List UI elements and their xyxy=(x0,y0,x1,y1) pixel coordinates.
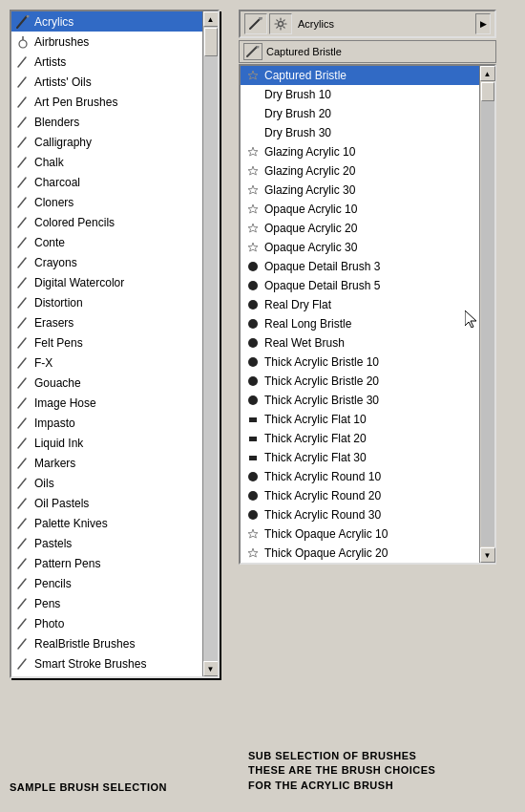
svg-line-28 xyxy=(18,539,26,548)
category-item-erasers[interactable]: Erasers xyxy=(11,312,202,332)
sub-item-dry-brush-30[interactable]: Dry Brush 30 xyxy=(241,123,479,142)
category-item-conte[interactable]: Conte xyxy=(11,232,202,252)
category-scrollbar[interactable]: ▲ ▼ xyxy=(202,11,218,676)
category-item-impasto[interactable]: Impasto xyxy=(11,413,202,433)
sub-label-opaque-acrylic-10: Opaque Acrylic 10 xyxy=(264,203,357,216)
sub-item-thick-acrylic-flat-20[interactable]: Thick Acrylic Flat 20 xyxy=(241,429,479,448)
svg-line-14 xyxy=(18,258,26,267)
category-item-oils[interactable]: Oils xyxy=(11,473,202,493)
svg-point-56 xyxy=(248,491,258,501)
category-item-artists-oils[interactable]: Artists' Oils xyxy=(11,72,202,92)
sub-item-glazing-acrylic-10[interactable]: Glazing Acrylic 10 xyxy=(241,142,479,161)
scroll-down-arrow[interactable]: ▼ xyxy=(203,661,219,676)
sub-item-thick-acrylic-flat-10[interactable]: Thick Acrylic Flat 10 xyxy=(241,410,479,429)
category-item-distortion[interactable]: Distortion xyxy=(11,292,202,312)
svg-line-11 xyxy=(18,198,26,207)
sub-item-captured-bristle[interactable]: Captured Bristle xyxy=(241,66,479,85)
sub-scroll-track[interactable] xyxy=(481,82,494,546)
category-label-oils: Oils xyxy=(34,477,54,490)
brush-icon-btn[interactable] xyxy=(244,13,267,34)
category-item-photo[interactable]: Photo xyxy=(11,613,202,633)
sub-item-glazing-acrylic-20[interactable]: Glazing Acrylic 20 xyxy=(241,161,479,181)
sub-item-thick-acrylic-flat-30[interactable]: Thick Acrylic Flat 30 xyxy=(241,448,479,467)
sub-item-opaque-acrylic-20[interactable]: Opaque Acrylic 20 xyxy=(241,219,479,238)
sub-item-thick-acrylic-bristle-10[interactable]: Thick Acrylic Bristle 10 xyxy=(241,353,479,372)
category-item-cloners[interactable]: Cloners xyxy=(11,192,202,212)
caption-right-line-2: FOR THE ACRYLIC BRUSH xyxy=(248,779,496,793)
category-item-f-x[interactable]: F-X xyxy=(11,353,202,373)
category-item-sponges[interactable]: Sponges xyxy=(11,673,202,678)
category-item-colored-pencils[interactable]: Colored Pencils xyxy=(11,212,202,232)
sub-icon-dry-brush-30 xyxy=(246,126,260,139)
svg-point-46 xyxy=(248,300,258,310)
category-item-liquid-ink[interactable]: Liquid Ink xyxy=(11,433,202,453)
sub-scroll-down[interactable]: ▼ xyxy=(480,547,495,563)
caption-right: SUB SELECTION OF BRUSHESTHESE ARE THE BR… xyxy=(248,749,496,793)
sub-item-dry-brush-20[interactable]: Dry Brush 20 xyxy=(241,104,479,123)
category-item-felt-pens[interactable]: Felt Pens xyxy=(11,332,202,353)
sub-item-opaque-detail-brush-3[interactable]: Opaque Detail Brush 3 xyxy=(241,257,479,276)
category-item-gouache[interactable]: Gouache xyxy=(11,373,202,393)
sub-icon-opaque-acrylic-20 xyxy=(246,222,260,235)
sub-scrollbar[interactable]: ▲ ▼ xyxy=(479,66,494,563)
sub-scroll-thumb[interactable] xyxy=(481,82,494,101)
svg-line-24 xyxy=(18,459,26,468)
category-item-blenders[interactable]: Blenders xyxy=(11,112,202,132)
category-item-pens[interactable]: Pens xyxy=(11,593,202,613)
category-item-smart-stroke-brushes[interactable]: Smart Stroke Brushes xyxy=(11,653,202,673)
sub-item-opaque-detail-brush-5[interactable]: Opaque Detail Brush 5 xyxy=(241,276,479,295)
scroll-track[interactable] xyxy=(203,27,219,661)
category-item-pastels[interactable]: Pastels xyxy=(11,533,202,553)
scroll-up-arrow[interactable]: ▲ xyxy=(203,11,219,27)
category-item-oil-pastels[interactable]: Oil Pastels xyxy=(11,493,202,513)
category-item-image-hose[interactable]: Image Hose xyxy=(11,393,202,413)
category-item-airbrushes[interactable]: Airbrushes xyxy=(11,32,202,52)
sub-item-thick-opaque-acrylic-20[interactable]: Thick Opaque Acrylic 20 xyxy=(241,544,479,563)
category-item-artists[interactable]: Artists xyxy=(11,52,202,72)
category-item-chalk[interactable]: Chalk xyxy=(11,152,202,172)
sub-item-real-long-bristle[interactable]: Real Long Bristle xyxy=(241,314,479,333)
category-item-crayons[interactable]: Crayons xyxy=(11,252,202,272)
sub-item-thick-acrylic-round-20[interactable]: Thick Acrylic Round 20 xyxy=(241,486,479,505)
sub-item-glazing-acrylic-30[interactable]: Glazing Acrylic 30 xyxy=(241,181,479,200)
category-item-charcoal[interactable]: Charcoal xyxy=(11,172,202,192)
sub-icon-thick-acrylic-round-10 xyxy=(246,470,260,483)
svg-line-20 xyxy=(18,378,26,388)
sub-icon-opaque-acrylic-30 xyxy=(246,241,260,254)
category-item-digital-watercolor[interactable]: Digital Watercolor xyxy=(11,272,202,292)
category-icon-acrylics xyxy=(15,14,31,30)
category-label-art-pen-brushes: Art Pen Brushes xyxy=(34,96,117,109)
category-label-chalk: Chalk xyxy=(34,156,64,169)
sub-item-thick-acrylic-round-30[interactable]: Thick Acrylic Round 30 xyxy=(241,505,479,524)
sub-icon-glazing-acrylic-20 xyxy=(246,164,260,178)
category-item-art-pen-brushes[interactable]: Art Pen Brushes xyxy=(11,92,202,112)
sub-label-thick-opaque-acrylic-10: Thick Opaque Acrylic 10 xyxy=(264,527,388,541)
sub-label-opaque-acrylic-20: Opaque Acrylic 20 xyxy=(264,222,357,235)
category-item-calligraphy[interactable]: Calligraphy xyxy=(11,132,202,152)
category-item-acrylics[interactable]: Acrylics xyxy=(11,11,202,32)
sub-item-thick-opaque-acrylic-10[interactable]: Thick Opaque Acrylic 10 xyxy=(241,524,479,544)
category-item-pencils[interactable]: Pencils xyxy=(11,573,202,593)
toolbar-arrow-btn[interactable]: ▶ xyxy=(475,13,491,34)
category-item-markers[interactable]: Markers xyxy=(11,453,202,473)
category-item-pattern-pens[interactable]: Pattern Pens xyxy=(11,553,202,573)
sub-item-real-wet-brush[interactable]: Real Wet Brush xyxy=(241,333,479,353)
sub-item-real-dry-flat[interactable]: Real Dry Flat xyxy=(241,295,479,314)
sub-item-thick-acrylic-bristle-30[interactable]: Thick Acrylic Bristle 30 xyxy=(241,391,479,410)
sub-item-opaque-acrylic-10[interactable]: Opaque Acrylic 10 xyxy=(241,200,479,219)
settings-icon-btn[interactable] xyxy=(269,13,292,34)
sub-item-thick-acrylic-bristle-20[interactable]: Thick Acrylic Bristle 20 xyxy=(241,372,479,391)
sub-item-dry-brush-10[interactable]: Dry Brush 10 xyxy=(241,85,479,104)
category-item-realbristle-brushes[interactable]: RealBristle Brushes xyxy=(11,633,202,653)
sub-item-opaque-acrylic-30[interactable]: Opaque Acrylic 30 xyxy=(241,238,479,257)
sub-item-thick-acrylic-round-10[interactable]: Thick Acrylic Round 10 xyxy=(241,467,479,486)
category-item-palette-knives[interactable]: Palette Knives xyxy=(11,513,202,533)
sub-icon-thick-acrylic-flat-30 xyxy=(246,451,260,464)
sub-scroll-up[interactable]: ▲ xyxy=(480,66,495,81)
sub-icon-real-dry-flat xyxy=(246,298,260,311)
sub-icon-glazing-acrylic-30 xyxy=(246,183,260,197)
svg-line-0 xyxy=(17,16,27,28)
sub-icon-thick-opaque-acrylic-20 xyxy=(246,546,260,560)
sub-label-thick-acrylic-flat-10: Thick Acrylic Flat 10 xyxy=(264,413,367,426)
category-label-erasers: Erasers xyxy=(34,316,74,330)
